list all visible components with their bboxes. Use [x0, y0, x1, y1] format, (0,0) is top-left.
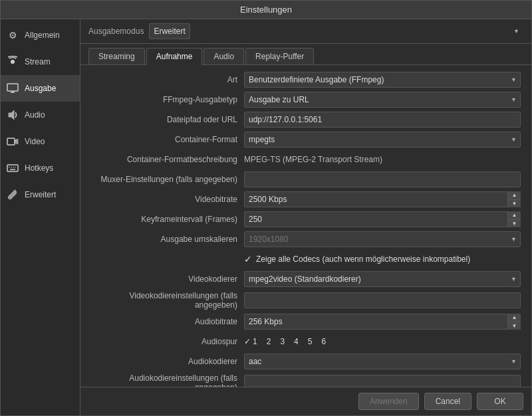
input-url[interactable] [244, 112, 521, 128]
spinbox-videobitrate-up[interactable]: ▲ [508, 191, 521, 200]
svg-rect-1 [7, 84, 18, 91]
control-art: Benutzerdefinierte Ausgabe (FFmpeg) [244, 72, 521, 88]
sidebar-item-erweitert[interactable]: Erweitert [1, 181, 80, 208]
select-umskalieren[interactable]: 1920x1080 [244, 231, 521, 247]
form-row-audiobitrate: Audiobitrate ▲ ▼ [91, 314, 521, 330]
apply-button[interactable]: Anwenden [358, 393, 419, 410]
track-5-label: 5 [308, 337, 313, 346]
control-audiokodierer: aac [244, 354, 521, 369]
track-3-label: 3 [280, 337, 285, 346]
track-2-label: 2 [267, 337, 271, 346]
input-keyframe[interactable] [244, 211, 521, 227]
label-container-format: Container-Format [91, 135, 244, 144]
track-6: 6 [316, 337, 326, 346]
sidebar-label-allgemein: Allgemein [25, 31, 60, 40]
input-audiokodier[interactable] [244, 375, 521, 387]
input-muxer[interactable] [244, 171, 521, 187]
ausgabemodus-label: Ausgabemodus [88, 27, 144, 36]
svg-rect-7 [7, 165, 18, 171]
track-2: 2 [261, 337, 271, 346]
input-videobitrate[interactable] [244, 191, 521, 207]
form-row-umskalieren: Ausgabe umskalieren 1920x1080 [91, 231, 521, 247]
ausgabemodus-select[interactable]: Erweitert Einfach [149, 23, 190, 39]
form-area: Art Benutzerdefinierte Ausgabe (FFmpeg) … [80, 65, 531, 387]
tab-audio[interactable]: Audio [203, 48, 244, 64]
select-videokodierer[interactable]: mpeg2video (Standardkodierer) [244, 271, 521, 287]
form-row-muxer: Muxer-Einstellungen (falls angegeben) [91, 171, 521, 187]
label-ffmpeg-type: FFmpeg-Ausgabetyp [91, 95, 244, 104]
form-row-videokodierer: Videokodierer mpeg2video (Standardkodier… [91, 271, 521, 287]
control-videokodierer: mpeg2video (Standardkodierer) [244, 271, 521, 287]
stream-icon [6, 55, 19, 68]
track-4-label: 4 [294, 337, 299, 346]
svg-rect-5 [7, 138, 15, 145]
track-1: ✓ 1 [244, 337, 257, 346]
label-codecs: Zeige alle Codecs (auch wenn möglicherwe… [256, 255, 470, 264]
select-ffmpeg-type[interactable]: Ausgabe zu URL [244, 92, 521, 108]
label-audiospur: Audiospur [91, 337, 244, 346]
sidebar-label-audio: Audio [25, 110, 45, 120]
form-row-container-format: Container-Format mpegts [91, 132, 521, 148]
spinbox-videobitrate-buttons: ▲ ▼ [507, 191, 521, 207]
text-format-desc: MPEG-TS (MPEG-2 Transport Stream) [244, 155, 382, 164]
label-audiobitrate: Audiobitrate [91, 317, 244, 326]
input-videokodier[interactable] [244, 292, 521, 308]
select-art[interactable]: Benutzerdefinierte Ausgabe (FFmpeg) [244, 72, 521, 88]
sidebar-label-video: Video [25, 137, 45, 146]
control-audiobitrate: ▲ ▼ [244, 314, 521, 330]
spinbox-audiobitrate-buttons: ▲ ▼ [507, 314, 521, 330]
svg-marker-4 [9, 110, 14, 120]
svg-marker-6 [15, 139, 18, 144]
sidebar-label-stream: Stream [25, 57, 51, 66]
control-videobitrate: ▲ ▼ [244, 191, 521, 207]
sidebar-item-hotkeys[interactable]: Hotkeys [1, 155, 80, 181]
label-videokodier: Videokodiereinstellungen (falls angegebe… [91, 291, 244, 310]
form-row-url: Dateipfad oder URL [91, 112, 521, 128]
spinbox-videobitrate-down[interactable]: ▼ [508, 200, 521, 208]
wrench-icon [6, 188, 19, 201]
spinbox-keyframe-up[interactable]: ▲ [508, 211, 521, 220]
sidebar-item-allgemein[interactable]: ⚙ Allgemein [1, 22, 80, 49]
spinbox-keyframe-wrapper: ▲ ▼ [244, 211, 521, 227]
label-keyframe: Keyframeintervall (Frames) [91, 215, 244, 224]
video-icon [6, 135, 19, 148]
control-format-desc: MPEG-TS (MPEG-2 Transport Stream) [244, 155, 521, 164]
form-row-audiokodier: Audiokodiereinstellungen (falls angegebe… [91, 373, 521, 387]
sidebar-item-video[interactable]: Video [1, 128, 80, 155]
label-umskalieren: Ausgabe umskalieren [91, 235, 244, 244]
spinbox-keyframe-down[interactable]: ▼ [508, 220, 521, 228]
input-audiobitrate[interactable] [244, 314, 521, 330]
ausgabemodus-select-wrapper: Erweitert Einfach [149, 23, 523, 39]
cancel-button[interactable]: Cancel [424, 393, 471, 410]
form-row-codecs-checkbox: ✓ Zeige alle Codecs (auch wenn möglicher… [91, 251, 521, 267]
form-row-art: Art Benutzerdefinierte Ausgabe (FFmpeg) [91, 72, 521, 88]
form-row-audiokodierer: Audiokodierer aac [91, 354, 521, 369]
select-audiokodierer[interactable]: aac [244, 354, 521, 369]
spinbox-audiobitrate-down[interactable]: ▼ [508, 322, 521, 330]
tab-replay-puffer[interactable]: Replay-Puffer [245, 48, 314, 64]
label-videokodierer: Videokodierer [91, 274, 244, 284]
form-row-keyframe: Keyframeintervall (Frames) ▲ ▼ [91, 211, 521, 227]
spinbox-keyframe-buttons: ▲ ▼ [507, 211, 521, 227]
audio-icon [6, 108, 19, 122]
tab-streaming[interactable]: Streaming [88, 48, 145, 64]
track-1-check: ✓ [244, 337, 251, 346]
control-codecs-checkbox: ✓ Zeige alle Codecs (auch wenn möglicher… [244, 254, 521, 264]
control-ffmpeg-type: Ausgabe zu URL [244, 92, 521, 108]
tab-aufnahme[interactable]: Aufnahme [146, 48, 203, 65]
spinbox-audiobitrate-up[interactable]: ▲ [508, 314, 521, 322]
label-audiokodierer: Audiokodierer [91, 357, 244, 366]
control-audiokodier [244, 375, 521, 387]
sidebar-item-audio[interactable]: Audio [1, 102, 80, 128]
form-row-format-desc: Container-Formatbeschreibung MPEG-TS (MP… [91, 152, 521, 167]
track-3: 3 [275, 337, 285, 346]
tabs-bar: Streaming Aufnahme Audio Replay-Puffer [80, 44, 531, 65]
control-container-format: mpegts [244, 132, 521, 148]
sidebar-item-ausgabe[interactable]: Ausgabe [1, 75, 80, 102]
sidebar-label-ausgabe: Ausgabe [25, 84, 56, 93]
sidebar-label-hotkeys: Hotkeys [25, 163, 53, 173]
select-container-format[interactable]: mpegts [244, 132, 521, 148]
sidebar-item-stream[interactable]: Stream [1, 49, 80, 75]
main-content: Ausgabemodus Erweitert Einfach Streaming… [80, 19, 531, 415]
ok-button[interactable]: OK [477, 393, 523, 410]
